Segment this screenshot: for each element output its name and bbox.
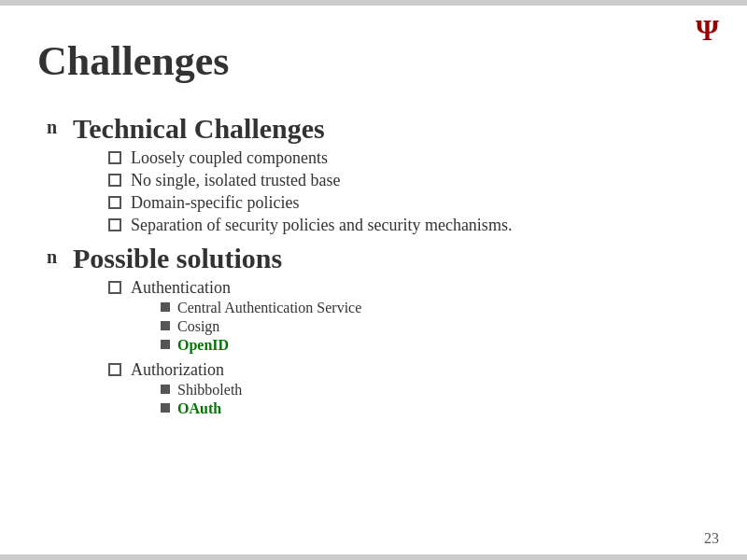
bottom-border bbox=[0, 554, 747, 560]
item-text: Loosely coupled components bbox=[131, 148, 328, 168]
sub-bullet-icon bbox=[108, 363, 121, 376]
authentication-children: Central Authentication Service Cosign Op… bbox=[108, 300, 361, 356]
sub-bullet-icon bbox=[108, 196, 121, 209]
list-item: Domain-specific policies bbox=[108, 193, 512, 213]
technical-section: Technical Challenges Loosely coupled com… bbox=[73, 113, 512, 239]
sub-bullet-icon bbox=[108, 281, 121, 294]
sub-sub-bullet-icon bbox=[161, 302, 170, 312]
solutions-sub-list: Authentication Central Authentication Se… bbox=[73, 278, 361, 421]
sub-bullet-icon bbox=[108, 218, 121, 231]
slide-title: Challenges bbox=[37, 37, 710, 85]
slide-content: n Technical Challenges Loosely coupled c… bbox=[37, 113, 710, 425]
authorization-children: Shibboleth OAuth bbox=[108, 382, 242, 419]
shibboleth-text: Shibboleth bbox=[177, 382, 242, 399]
item-text: Domain-specific policies bbox=[131, 193, 299, 213]
cosign-text: Cosign bbox=[177, 318, 219, 335]
list-item: No single, isolated trusted base bbox=[108, 171, 512, 190]
bullet-n-2: n bbox=[47, 246, 62, 268]
page-number: 23 bbox=[704, 530, 719, 547]
list-item: Separation of security policies and secu… bbox=[108, 216, 512, 235]
main-bullet-technical: n Technical Challenges Loosely coupled c… bbox=[47, 113, 710, 239]
authorization-text: Authorization bbox=[131, 360, 224, 380]
oauth-text: OAuth bbox=[177, 400, 221, 417]
list-item: Loosely coupled components bbox=[108, 148, 512, 168]
list-item: OpenID bbox=[161, 337, 361, 354]
sub-bullet-icon bbox=[108, 174, 121, 187]
list-item: Central Authentication Service bbox=[161, 300, 361, 316]
sub-sub-bullet-icon bbox=[161, 340, 170, 349]
item-text: Separation of security policies and secu… bbox=[131, 216, 512, 235]
list-item: OAuth bbox=[161, 400, 242, 417]
technical-sub-list: Loosely coupled components No single, is… bbox=[73, 148, 512, 235]
slide: Ψ Challenges n Technical Challenges Loos… bbox=[0, 0, 747, 560]
bullet-n-1: n bbox=[47, 117, 62, 138]
sub-sub-bullet-icon bbox=[161, 385, 170, 394]
cas-text: Central Authentication Service bbox=[177, 300, 361, 316]
technical-heading: Technical Challenges bbox=[73, 113, 512, 145]
authentication-text: Authentication bbox=[131, 278, 231, 298]
solutions-section: Possible solutions Authentication Centra… bbox=[73, 243, 361, 425]
sub-sub-bullet-icon bbox=[161, 403, 170, 413]
list-item: Cosign bbox=[161, 318, 361, 335]
list-item-authentication: Authentication Central Authentication Se… bbox=[108, 278, 361, 357]
item-text: No single, isolated trusted base bbox=[131, 171, 340, 190]
top-border bbox=[0, 0, 747, 6]
main-bullet-solutions: n Possible solutions Authentication C bbox=[47, 243, 710, 425]
list-item-authorization: Authorization Shibboleth OAuth bbox=[108, 360, 361, 421]
sub-sub-bullet-icon bbox=[161, 321, 170, 330]
openid-text: OpenID bbox=[177, 337, 229, 354]
list-item: Shibboleth bbox=[161, 382, 242, 399]
solutions-heading: Possible solutions bbox=[73, 243, 361, 274]
sub-bullet-icon bbox=[108, 151, 121, 164]
university-logo: Ψ bbox=[696, 13, 719, 48]
